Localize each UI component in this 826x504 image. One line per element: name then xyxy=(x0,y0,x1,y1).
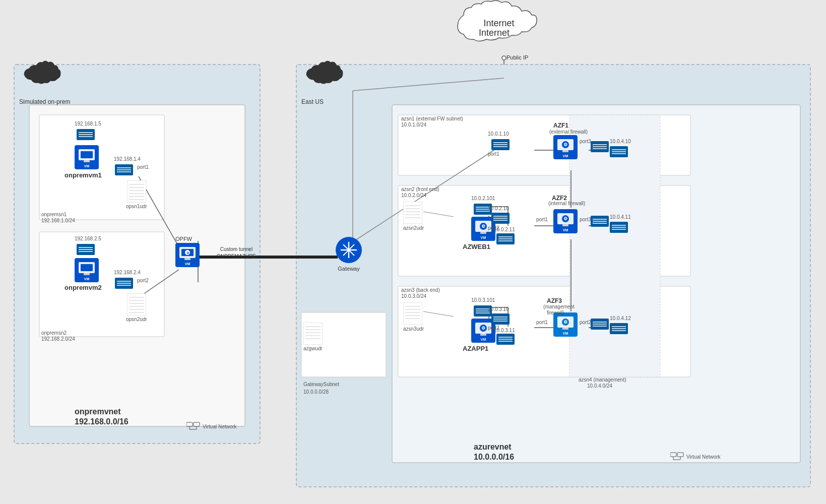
opsn1udr-label: opsn1udr xyxy=(126,204,147,209)
azf3-right-nic xyxy=(610,323,628,335)
azurevnet-name: azurevnet xyxy=(474,443,512,452)
diagram-container: Internet xyxy=(0,0,826,504)
azf1-nic-right xyxy=(591,141,609,153)
azf1-right-ip: 10.0.4.10 xyxy=(610,139,631,144)
svg-text:VM: VM xyxy=(185,262,190,266)
svg-text:VM: VM xyxy=(481,236,486,239)
azf1-right-nic xyxy=(610,146,628,158)
azsn4-label: azsn4 (management) xyxy=(579,377,626,383)
svg-rect-65 xyxy=(81,264,93,271)
azf3-nic-right xyxy=(591,319,609,331)
azf3-ip-left: 10.0.3.10 xyxy=(488,306,509,312)
azf3-vm[interactable]: ⚙ VM xyxy=(553,312,578,338)
svg-rect-11 xyxy=(398,286,690,377)
vm2-port2-label: port2 xyxy=(137,278,149,283)
onpremvm1-label: onpremvm1 xyxy=(65,171,102,179)
svg-text:VM: VM xyxy=(563,228,568,232)
svg-rect-187 xyxy=(562,328,568,330)
onpremvm2-vm[interactable]: VM xyxy=(75,258,99,283)
azgwudr-label: azgwudr xyxy=(303,346,323,351)
azf1-port3-label: port3 xyxy=(580,139,591,144)
svg-text:VM: VM xyxy=(563,332,568,335)
opfw-vm[interactable]: ⚙ VM xyxy=(175,243,200,268)
onpremvm2-label: onpremvm2 xyxy=(65,284,102,291)
azf1-nic-left xyxy=(491,139,510,151)
svg-text:⚙: ⚙ xyxy=(481,326,485,331)
svg-rect-88 xyxy=(194,422,200,426)
svg-text:⚙: ⚙ xyxy=(563,320,567,325)
opsn1udr-icon xyxy=(127,180,146,204)
tunnel-label: Custom tunnelONPREMAZURE xyxy=(217,246,256,260)
internet-label-text: Internet xyxy=(479,28,510,38)
svg-rect-149 xyxy=(562,224,568,226)
gateway-vm[interactable] xyxy=(336,237,362,264)
svg-text:VM: VM xyxy=(84,164,90,168)
azf1-ip-port1: 10.0.1.10 xyxy=(488,131,509,137)
azsn1-label: azsn1 (external FW subnet) xyxy=(401,116,463,121)
svg-rect-9 xyxy=(398,115,690,175)
azsn2-cidr: 10.0.2.0/24 xyxy=(401,193,426,198)
vm1-ip-top: 192.168.1.5 xyxy=(75,121,101,127)
azf3-nic-left xyxy=(491,313,510,326)
vm1-ip-right: 192.168.1.4 xyxy=(114,156,141,162)
azf1-desc: (external firewall) xyxy=(549,129,588,135)
svg-rect-85 xyxy=(184,258,190,260)
azf2-ip-left: 10.0.2.10 xyxy=(488,206,509,211)
azf3-desc2: firewall) xyxy=(547,310,564,316)
azf1-name: AZF1 xyxy=(553,122,568,129)
svg-text:⚙: ⚙ xyxy=(563,216,567,221)
opsn2udr-icon xyxy=(127,293,146,317)
svg-text:⚙: ⚙ xyxy=(481,224,485,229)
vm1-nic-top xyxy=(77,129,95,141)
vm2-nic-right xyxy=(115,278,133,290)
vm2-ip-right: 192.168.2.4 xyxy=(114,270,141,275)
azweb1-label: AZWEB1 xyxy=(463,243,490,250)
azweb1-ip-bottom: 10.0.2.11 xyxy=(494,227,515,232)
svg-line-15 xyxy=(353,78,504,91)
azapp1-ip-top: 10.0.3.101 xyxy=(471,297,495,303)
azsn3-cidr: 10.0.3.0/24 xyxy=(401,293,426,299)
azf1-port1-label: port1 xyxy=(488,151,499,157)
svg-text:VM: VM xyxy=(84,277,90,281)
azapp1-nic-bottom xyxy=(496,334,515,346)
svg-rect-4 xyxy=(29,105,245,426)
azweb1-ip-top: 10.0.2.101 xyxy=(471,196,495,201)
onpremvm1-vm[interactable]: VM xyxy=(75,145,99,170)
azf1-vm[interactable]: ⚙ VM xyxy=(553,135,578,160)
vm2-ip-top: 192.168.2.5 xyxy=(75,236,101,241)
onpremsn1-cidr: 192.168.1.0/24 xyxy=(41,218,75,223)
onpremsn2-cidr: 192.168.2.0/24 xyxy=(41,336,75,342)
azf3-right-ip: 10.0.4.12 xyxy=(610,316,631,321)
svg-line-37 xyxy=(423,311,454,317)
svg-rect-97 xyxy=(303,323,323,345)
azf2-right-nic xyxy=(610,222,628,234)
public-ip-label: Public IP xyxy=(506,54,528,60)
vm1-nic-right xyxy=(115,164,133,176)
azf2-vm[interactable]: ⚙ VM xyxy=(553,209,578,234)
azf2-right-ip: 10.0.4.11 xyxy=(610,214,631,220)
opfw-label: OPFW xyxy=(175,236,192,242)
azsn3udr-label: azsn3udr xyxy=(403,326,424,332)
internet-label: Internet xyxy=(483,18,514,28)
svg-rect-197 xyxy=(670,453,676,457)
opsn2udr-label: opsn2udr xyxy=(126,317,147,322)
onpremvnet-name: onpremvnet xyxy=(75,407,121,416)
svg-text:VM: VM xyxy=(481,338,486,341)
svg-rect-135 xyxy=(480,232,486,234)
azsn3udr-icon xyxy=(403,302,422,326)
svg-rect-159 xyxy=(403,302,422,325)
svg-rect-7 xyxy=(392,105,800,463)
azf3-port1-label: port1 xyxy=(536,320,548,325)
azsn2udr-label: azsn2udr xyxy=(403,225,424,231)
azsn3-label: azsn3 (back end) xyxy=(401,287,440,293)
azf2-port1-label: port1 xyxy=(536,217,548,222)
azsn2-label: azsn2 (front end) xyxy=(401,186,439,192)
gateway-subnet-label: GatewaySubnet10.0.0.0/28 xyxy=(303,381,339,396)
onpremsn1-label: onpremsn1 xyxy=(41,212,67,217)
onprem-region-label: Simulated on-prem xyxy=(19,98,70,105)
svg-rect-10 xyxy=(398,185,690,276)
main-svg: Internet xyxy=(0,0,826,504)
svg-rect-173 xyxy=(480,334,486,336)
onpremvnet-type: Virtual Network xyxy=(186,421,237,431)
azurevnet-cidr: 10.0.0.0/16 xyxy=(474,453,514,462)
